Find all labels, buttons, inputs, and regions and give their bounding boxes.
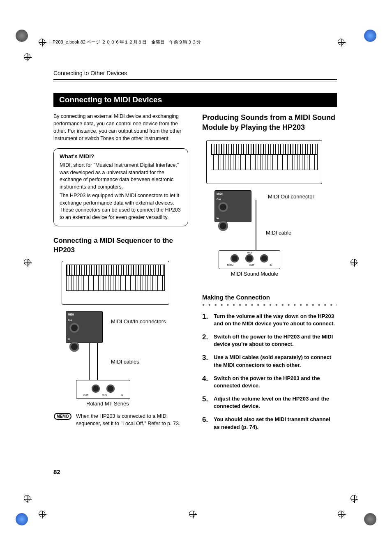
- callout-paragraph: The HP203 is equipped with MIDI connecto…: [60, 192, 182, 221]
- port-in-label: IN: [270, 264, 272, 266]
- label-module: MIDI Sound Module: [231, 271, 278, 277]
- din-connector-icon: [69, 342, 79, 352]
- midi-panel: MIDI Out In: [66, 311, 103, 343]
- crosshair-icon: [350, 259, 357, 265]
- steps-list: Turn the volume all the way down on the …: [202, 313, 337, 431]
- callout-paragraph: MIDI, short for "Musical Instrument Digi…: [60, 162, 182, 191]
- in-label: In: [217, 217, 219, 219]
- breadcrumb: Connecting to Other Devices: [53, 70, 337, 76]
- din-connector-icon: [245, 254, 254, 263]
- diagram-sequencer: MIDI Out In MIDI Out/In connectors MIDI …: [53, 261, 188, 409]
- port-header: MIDI: [219, 251, 280, 254]
- intro-paragraph: By connecting an external MIDI device an…: [53, 113, 188, 143]
- din-connector-icon: [218, 221, 228, 231]
- print-mark-bl: [16, 513, 28, 525]
- crosshair-icon: [24, 495, 30, 502]
- sequencer-box: OUT MIDI IN: [76, 380, 130, 399]
- crosshair-icon: [189, 511, 196, 517]
- in-label: In: [68, 338, 70, 340]
- crosshair-icon: [338, 39, 344, 45]
- midi-label: MIDI: [68, 313, 101, 316]
- crosshair-icon: [338, 511, 344, 517]
- label-unit: Roland MT Series: [86, 401, 129, 407]
- divider: [53, 79, 337, 81]
- keyboard-icon: [206, 140, 322, 184]
- print-mark-br: [364, 513, 376, 525]
- keyboard-icon: [62, 261, 169, 305]
- section-heading: Connecting to MIDI Devices: [53, 93, 337, 107]
- label-connectors: MIDI Out/In connectors: [111, 318, 166, 325]
- dotted-rule: ● ● ● ● ● ● ● ● ● ● ● ● ● ● ● ● ● ● ● ● …: [202, 302, 337, 307]
- step-item: Switch on the power to the HP203 and the…: [202, 375, 337, 389]
- print-mark-tr: [364, 30, 376, 42]
- step-item: Use a MIDI cables (sold separately) to c…: [202, 354, 337, 368]
- making-connection-heading: Making the Connection: [202, 294, 337, 301]
- port-in-label: IN: [121, 394, 123, 396]
- callout-box: What's MIDI? MIDI, short for "Musical In…: [53, 148, 188, 227]
- port-thru-label: THRU: [227, 264, 234, 266]
- memo-text: When the HP203 is connected to a MIDI se…: [76, 413, 188, 427]
- crosshair-icon: [24, 259, 30, 265]
- step-item: Switch off the power to the HP203 and th…: [202, 333, 337, 348]
- memo-icon: MEMO: [54, 413, 71, 420]
- din-connector-icon: [69, 323, 79, 333]
- crosshair-icon: [39, 511, 45, 517]
- din-connector-icon: [231, 254, 239, 263]
- step-item: You should also set the MIDI transmit ch…: [202, 416, 337, 431]
- port-out-label: OUT: [83, 394, 88, 396]
- page-number: 82: [53, 468, 60, 475]
- din-connector-icon: [218, 202, 228, 212]
- out-label: Out: [68, 319, 72, 321]
- din-connector-icon: [260, 254, 268, 263]
- print-mark-tl: [16, 30, 28, 42]
- crosshair-icon: [39, 39, 45, 45]
- sound-module-box: THRU OUT IN MIDI: [219, 250, 280, 269]
- midi-panel: MIDI Out In: [214, 190, 251, 222]
- diagram-module: MIDI Out In MIDI Out connector MIDI cabl…: [202, 140, 337, 284]
- label-cable: MIDI cable: [266, 230, 291, 236]
- sub-heading: Connecting a MIDI Sequencer to the HP203: [53, 236, 188, 255]
- callout-title: What's MIDI?: [60, 153, 182, 161]
- midi-label: MIDI: [217, 192, 249, 195]
- header-text: HP203_e.book 82 ページ ２００６年１２月８日 金曜日 午前９時３…: [49, 39, 201, 44]
- header-metadata: HP203_e.book 82 ページ ２００６年１２月８日 金曜日 午前９時３…: [49, 39, 201, 45]
- step-item: Turn the volume all the way down on the …: [202, 313, 337, 327]
- crosshair-icon: [24, 53, 30, 60]
- label-cables: MIDI cables: [111, 359, 139, 365]
- din-connector-icon: [106, 385, 115, 393]
- sub-heading: Producing Sounds from a MIDI Sound Modul…: [202, 113, 337, 133]
- label-out-connector: MIDI Out connector: [268, 193, 314, 200]
- out-label: Out: [217, 198, 221, 200]
- crosshair-icon: [350, 495, 357, 502]
- port-midi-label: MIDI: [102, 394, 107, 396]
- step-item: Adjust the volume level on the HP203 and…: [202, 395, 337, 410]
- memo-row: MEMO When the HP203 is connected to a MI…: [53, 413, 188, 427]
- din-connector-icon: [92, 385, 100, 393]
- port-out-label: OUT: [249, 264, 254, 266]
